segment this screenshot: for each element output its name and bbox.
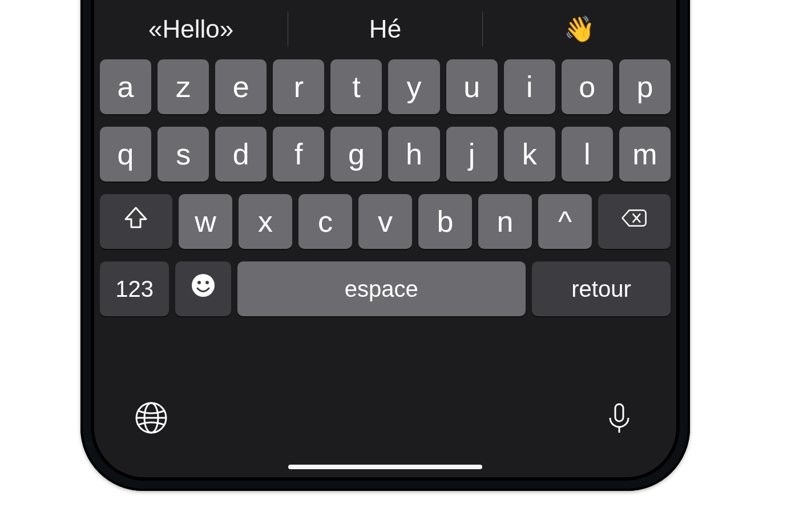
key-m[interactable]: m <box>619 127 671 182</box>
key-n[interactable]: n <box>478 194 532 249</box>
key-z[interactable]: z <box>158 59 209 114</box>
key-u[interactable]: u <box>446 59 498 114</box>
key-i[interactable]: i <box>504 59 555 114</box>
key-c[interactable]: c <box>298 194 352 249</box>
phone-screen: «Hello» Hé 👋 a z e r t y u i o p <box>94 0 676 477</box>
keyboard: a z e r t y u i o p q s d f g h <box>94 54 676 477</box>
key-w[interactable]: w <box>179 194 232 249</box>
key-v[interactable]: v <box>358 194 412 249</box>
key-d[interactable]: d <box>215 127 267 182</box>
svg-point-1 <box>197 281 201 284</box>
emoji-icon <box>189 272 217 306</box>
key-b[interactable]: b <box>418 194 472 249</box>
key-g[interactable]: g <box>330 127 382 182</box>
shift-key[interactable] <box>100 194 172 249</box>
svg-rect-6 <box>615 404 623 421</box>
return-key[interactable]: retour <box>532 261 671 316</box>
key-j[interactable]: j <box>446 127 498 182</box>
key-r[interactable]: r <box>273 59 324 114</box>
dictation-button[interactable] <box>602 401 636 437</box>
key-t[interactable]: t <box>330 59 382 114</box>
suggestion-left[interactable]: «Hello» <box>94 8 288 50</box>
key-accent[interactable]: ^ <box>538 194 592 249</box>
key-o[interactable]: o <box>562 59 613 114</box>
phone-frame: «Hello» Hé 👋 a z e r t y u i o p <box>80 0 690 491</box>
key-l[interactable]: l <box>562 127 613 182</box>
numbers-key[interactable]: 123 <box>100 261 169 316</box>
space-key[interactable]: espace <box>237 261 526 316</box>
backspace-key[interactable] <box>598 194 671 249</box>
backspace-icon <box>620 204 648 239</box>
key-row-2: q s d f g h j k l m <box>100 127 671 182</box>
key-row-4: 123 espace retour <box>100 261 671 316</box>
svg-point-0 <box>192 274 215 297</box>
suggestion-center[interactable]: Hé <box>288 8 482 50</box>
svg-point-2 <box>205 281 209 284</box>
key-s[interactable]: s <box>158 127 209 182</box>
shift-icon <box>122 204 150 239</box>
key-f[interactable]: f <box>273 127 324 182</box>
key-h[interactable]: h <box>388 127 439 182</box>
key-q[interactable]: q <box>100 127 151 182</box>
emoji-key[interactable] <box>175 261 231 316</box>
key-row-1: a z e r t y u i o p <box>100 59 671 114</box>
key-y[interactable]: y <box>388 59 439 114</box>
suggestion-bar: «Hello» Hé 👋 <box>94 8 676 50</box>
key-e[interactable]: e <box>215 59 267 114</box>
globe-button[interactable] <box>134 401 168 437</box>
key-row-3: w x c v b n ^ <box>100 194 671 249</box>
key-k[interactable]: k <box>504 127 555 182</box>
globe-icon <box>134 427 168 437</box>
key-a[interactable]: a <box>100 59 151 114</box>
key-p[interactable]: p <box>619 59 671 114</box>
system-bar <box>94 380 676 477</box>
microphone-icon <box>602 427 636 437</box>
home-indicator[interactable] <box>288 465 482 469</box>
canvas: «Hello» Hé 👋 a z e r t y u i o p <box>0 0 799 532</box>
suggestion-right[interactable]: 👋 <box>483 8 676 50</box>
key-x[interactable]: x <box>239 194 292 249</box>
